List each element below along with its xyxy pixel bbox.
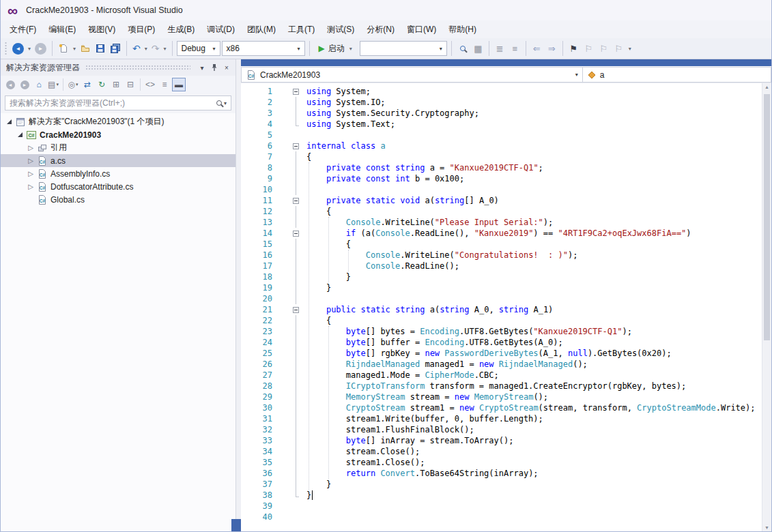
line-number[interactable]: 18 <box>241 271 281 282</box>
solution-configurations-combo[interactable]: Debug ▾ <box>177 41 220 56</box>
outlining-collapse-button[interactable] <box>290 86 301 97</box>
view-code-icon[interactable]: <> <box>143 78 157 91</box>
breakpoint-margin[interactable] <box>281 512 290 522</box>
breakpoint-margin[interactable] <box>281 141 290 151</box>
tree-item[interactable]: C#Global.cs <box>1 193 235 206</box>
line-number[interactable]: 29 <box>241 391 281 402</box>
line-number[interactable]: 27 <box>241 370 281 381</box>
menu-build[interactable]: 生成(B) <box>161 21 201 38</box>
breakpoint-margin[interactable] <box>281 86 290 97</box>
line-number[interactable]: 4 <box>241 119 281 130</box>
breakpoint-margin[interactable] <box>281 261 290 271</box>
code-line[interactable]: 31 stream1.Write(buffer, 0, buffer.Lengt… <box>241 413 762 424</box>
line-number[interactable]: 13 <box>241 217 281 228</box>
auto-hide-pin-button[interactable] <box>208 61 220 74</box>
breakpoint-margin[interactable] <box>281 391 290 402</box>
code-line[interactable]: 6internal class a <box>241 141 762 151</box>
line-number[interactable]: 23 <box>241 326 281 337</box>
menu-project[interactable]: 项目(P) <box>121 21 161 38</box>
panel-splitter[interactable] <box>236 59 241 531</box>
new-file-dropdown[interactable]: ▾ <box>72 46 77 52</box>
code-line[interactable]: 28 ICryptoTransform transform = managed1… <box>241 381 762 391</box>
code-line[interactable]: 3using System.Security.Cryptography; <box>241 108 762 119</box>
code-editor[interactable]: 1using System;2using System.IO;3using Sy… <box>241 83 762 531</box>
line-number[interactable]: 39 <box>241 501 281 512</box>
code-line[interactable]: 2using System.IO; <box>241 97 762 108</box>
menu-analyze[interactable]: 分析(N) <box>360 21 401 38</box>
code-line[interactable]: 35 stream1.Close(); <box>241 457 762 468</box>
scroll-up-icon[interactable]: ▲ <box>762 85 771 89</box>
breakpoint-margin[interactable] <box>281 239 290 250</box>
code-line[interactable]: 24 byte[] buffer = Encoding.UTF8.GetByte… <box>241 337 762 348</box>
toolbar-grip[interactable] <box>4 42 8 55</box>
breakpoint-margin[interactable] <box>281 326 290 337</box>
breakpoint-margin[interactable] <box>281 468 290 479</box>
clear-bookmarks-icon[interactable]: ⚐ <box>612 42 626 56</box>
redo-dropdown[interactable]: ▾ <box>162 46 168 52</box>
line-number[interactable]: 10 <box>241 184 281 195</box>
code-line[interactable]: 27 managed1.Mode = CipherMode.CBC; <box>241 370 762 381</box>
breakpoint-margin[interactable] <box>281 108 290 119</box>
line-number[interactable]: 16 <box>241 250 281 261</box>
breakpoint-margin[interactable] <box>281 446 290 457</box>
breakpoint-margin[interactable] <box>281 315 290 326</box>
breakpoint-margin[interactable] <box>281 97 290 108</box>
code-line[interactable]: 19 } <box>241 282 762 293</box>
tree-expander-open-icon[interactable] <box>14 132 25 137</box>
save-button[interactable] <box>94 40 107 57</box>
tree-expander-closed-icon[interactable]: ▷ <box>25 144 36 151</box>
redo-button[interactable]: ↷ <box>150 40 161 57</box>
breakpoint-margin[interactable] <box>281 435 290 446</box>
line-number[interactable]: 31 <box>241 413 281 424</box>
breakpoint-margin[interactable] <box>281 337 290 348</box>
breakpoint-margin[interactable] <box>281 184 290 195</box>
tree-item[interactable]: C#CrackMe201903 <box>1 128 235 141</box>
breakpoint-margin[interactable] <box>281 119 290 130</box>
code-line[interactable]: 29 MemoryStream stream = new MemoryStrea… <box>241 391 762 402</box>
code-line[interactable]: 4using System.Text; <box>241 119 762 130</box>
breakpoint-margin[interactable] <box>281 402 290 413</box>
editor-vertical-scrollbar[interactable]: ▲ ▼ <box>762 83 771 531</box>
breakpoint-margin[interactable] <box>281 424 290 435</box>
find-options-icon[interactable]: ▦ <box>471 42 485 56</box>
line-number[interactable]: 37 <box>241 479 281 490</box>
navigate-backward-button[interactable]: ◄ <box>11 40 25 57</box>
menu-tools[interactable]: 工具(T) <box>282 21 321 38</box>
menu-debug[interactable]: 调试(D) <box>201 21 241 38</box>
line-number[interactable]: 19 <box>241 282 281 293</box>
breakpoint-margin[interactable] <box>281 271 290 282</box>
line-number[interactable]: 36 <box>241 468 281 479</box>
code-line[interactable]: 40 <box>241 512 762 522</box>
menu-view[interactable]: 视图(V) <box>82 21 121 38</box>
line-number[interactable]: 21 <box>241 304 281 315</box>
line-number[interactable]: 11 <box>241 195 281 206</box>
code-line[interactable]: 26 RijndaelManaged managed1 = new Rijnda… <box>241 359 762 370</box>
line-number[interactable]: 6 <box>241 141 281 151</box>
breakpoint-margin[interactable] <box>281 359 290 370</box>
find-in-files-icon[interactable] <box>456 42 470 56</box>
line-number[interactable]: 20 <box>241 293 281 304</box>
next-bookmark-icon[interactable]: ⚐ <box>597 42 611 56</box>
outlining-collapse-button[interactable] <box>290 228 301 239</box>
line-number[interactable]: 3 <box>241 108 281 119</box>
line-number[interactable]: 28 <box>241 381 281 391</box>
outlining-collapse-button[interactable] <box>290 195 301 206</box>
breakpoint-margin[interactable] <box>281 162 290 173</box>
tree-expander-closed-icon[interactable]: ▷ <box>25 157 36 164</box>
breakpoint-margin[interactable] <box>281 228 290 239</box>
line-number[interactable]: 32 <box>241 424 281 435</box>
breakpoint-margin[interactable] <box>281 195 290 206</box>
switch-views-icon[interactable]: ▤▾ <box>46 78 60 91</box>
line-number[interactable]: 9 <box>241 173 281 184</box>
code-line[interactable]: 23 byte[] bytes = Encoding.UTF8.GetBytes… <box>241 326 762 337</box>
line-number[interactable]: 24 <box>241 337 281 348</box>
home-icon[interactable]: ⌂ <box>32 78 46 91</box>
line-number[interactable]: 22 <box>241 315 281 326</box>
undo-button[interactable]: ↶ <box>131 40 142 57</box>
code-line[interactable]: 12 { <box>241 206 762 217</box>
line-number[interactable]: 7 <box>241 151 281 162</box>
code-line[interactable]: 16 Console.WriteLine("Congratulations! :… <box>241 250 762 261</box>
breakpoint-margin[interactable] <box>281 370 290 381</box>
menu-test[interactable]: 测试(S) <box>321 21 360 38</box>
navigate-back-icon[interactable]: ◄ <box>3 78 17 91</box>
